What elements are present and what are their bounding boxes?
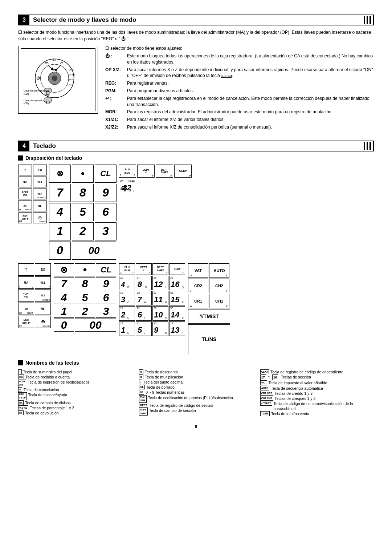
key-dept-hash[interactable]: DEPT# F bbox=[137, 165, 155, 178]
key-1-2[interactable]: 1 bbox=[54, 305, 74, 318]
key-sec2d[interactable]: 18 2 D bbox=[119, 306, 135, 321]
svg-text:X1/Z1: X1/Z1 bbox=[69, 78, 74, 81]
key-00[interactable]: 00 bbox=[72, 242, 116, 260]
key-8[interactable]: 8 bbox=[72, 184, 94, 202]
kn-dept: DEPT Tecla de registro de código de secc… bbox=[139, 403, 253, 408]
key-sec6i[interactable]: 22 6 I bbox=[136, 306, 152, 321]
key-ex[interactable]: EX bbox=[33, 165, 47, 175]
mode-desc-reg: Para registrar ventas. bbox=[127, 80, 374, 86]
key-cr2[interactable]: CR2V bbox=[188, 279, 208, 293]
key-multiply[interactable]: ⊗ bbox=[49, 165, 71, 183]
key-dot-2[interactable]: • bbox=[75, 263, 95, 276]
key-sec3c[interactable]: 19 3 C bbox=[119, 291, 135, 305]
key-sec1e[interactable]: 17 1 E bbox=[119, 321, 135, 336]
key-rcpt-po-2[interactable]: RCPT/PO bbox=[18, 289, 34, 302]
key-5[interactable]: 5 bbox=[72, 203, 94, 221]
kn-badge-clk: CLK# bbox=[260, 369, 269, 374]
key-plu-sub[interactable]: PLU/SUB A F bbox=[119, 165, 136, 178]
key-sec15r[interactable]: 31 15 R bbox=[169, 291, 185, 305]
key-cr1[interactable]: CR1W bbox=[188, 294, 208, 308]
key-clk-hash[interactable]: CLK# P bbox=[174, 165, 192, 178]
key-sec11m[interactable]: 27 11 M bbox=[152, 291, 168, 305]
key-0-2[interactable]: 0 bbox=[54, 319, 74, 332]
kn-badge-esc: ESC/HELP bbox=[18, 392, 27, 400]
key-hash-tm-st[interactable]: #/TM/ST bbox=[188, 309, 230, 324]
key-sec13t[interactable]: 29 13 T bbox=[169, 321, 185, 336]
key-sec9o[interactable]: 25 9 O bbox=[152, 321, 168, 336]
key-tl-ns[interactable]: TL/NS bbox=[188, 324, 230, 354]
kn-dept-shift: DEPTSHIFT Tecla de cambio de sección bbox=[139, 408, 253, 416]
key-0[interactable]: 0 bbox=[49, 242, 71, 260]
key-rcpt-po[interactable]: RCPT/PO bbox=[18, 189, 32, 199]
rk-row4: #/TM/ST bbox=[188, 309, 230, 324]
key-arrow-up[interactable]: ↑ bbox=[18, 165, 32, 175]
key-ominus[interactable]: ⊖SPACE bbox=[35, 316, 51, 328]
key-7-2[interactable]: 7 bbox=[54, 277, 74, 290]
kn-text-ex: Tecla de cambio de divisas bbox=[25, 400, 70, 405]
key-cl[interactable]: CL bbox=[95, 165, 117, 183]
key-00-2[interactable]: 00 bbox=[75, 319, 116, 332]
key-esc-help[interactable]: ESC/HELP BS bbox=[18, 212, 32, 223]
key-cc[interactable]: ∞DCSHIFT bbox=[18, 303, 34, 315]
key-sec10n[interactable]: 26 10 N bbox=[152, 306, 168, 321]
mode-desc-x1z1: Para sacar el informe X/Z de varios tota… bbox=[127, 117, 374, 123]
kn-esc: ESC/HELP Tecla de escape/ayuda bbox=[18, 392, 132, 400]
key-3-2[interactable]: 3 bbox=[96, 305, 116, 318]
key-ra[interactable]: RA ! / bbox=[18, 177, 32, 187]
key-dept-shift[interactable]: DEPTSHIFT K bbox=[156, 165, 173, 178]
key-sec12l[interactable]: 28 12 L bbox=[152, 276, 168, 290]
key-6-2[interactable]: 6 bbox=[96, 291, 116, 304]
key-5-2[interactable]: 5 bbox=[75, 291, 95, 304]
key-7[interactable]: 7 bbox=[49, 184, 71, 202]
mode-mgr: MGR: Para los registros del administrado… bbox=[105, 109, 374, 115]
key-sec4b[interactable]: 20 4 B bbox=[119, 276, 135, 290]
key-9-2[interactable]: 9 bbox=[96, 277, 116, 290]
key-minus-space[interactable]: ⊖ SPACE bbox=[33, 212, 47, 223]
svg-text:(OP): (OP) bbox=[24, 102, 29, 105]
key-dept-hash-2[interactable]: DEPT#F bbox=[136, 263, 152, 275]
key-cl-2[interactable]: CL bbox=[96, 263, 116, 276]
key-sec7h[interactable]: 23 7 H bbox=[136, 291, 152, 305]
kn-text-ominus: Tecla de descuento bbox=[145, 369, 177, 374]
key-pct2[interactable]: %2 – NUMBER bbox=[33, 189, 47, 199]
key-otimes[interactable]: ⊗ bbox=[54, 263, 74, 276]
key-1[interactable]: 1 bbox=[49, 222, 71, 240]
key-2[interactable]: 2 bbox=[72, 222, 94, 240]
key-ch1[interactable]: CH1Z bbox=[209, 294, 229, 308]
kn-text-00: 0 ~ 9 Teclas numéricas bbox=[146, 390, 185, 395]
key-dept-shift-2[interactable]: DEPTSHIFTK bbox=[152, 263, 168, 275]
key-vat[interactable]: VATU bbox=[188, 263, 208, 278]
key-rf[interactable]: RF bbox=[33, 200, 47, 211]
kn-text-cr: Teclas de crédito 1 y 2 bbox=[275, 391, 313, 396]
key-auto[interactable]: AUTOX bbox=[209, 263, 229, 278]
key-pct2-2[interactable]: %2–NUMBER bbox=[35, 289, 51, 302]
key-8-2[interactable]: 8 bbox=[75, 277, 95, 290]
key-9[interactable]: 9 bbox=[95, 184, 117, 202]
key-cancel-mode[interactable]: ∞ DC SHIFT bbox=[18, 200, 32, 211]
key-dot[interactable]: • bbox=[72, 165, 94, 183]
key-rf-2[interactable]: RF bbox=[35, 303, 51, 315]
key-up-arrow[interactable]: ↑ bbox=[18, 263, 34, 276]
key-sec14s[interactable]: 30 14 S bbox=[169, 306, 185, 321]
key-ex-2[interactable]: EX bbox=[35, 263, 51, 276]
key-4-2[interactable]: 4 bbox=[54, 291, 74, 304]
key-esc-help-2[interactable]: ESC/HELPBS bbox=[18, 316, 34, 328]
kb-main-row4: 1 2 3 bbox=[49, 222, 117, 240]
key-ra-2[interactable]: RA!/ bbox=[18, 276, 34, 289]
key-plu-sub-2[interactable]: PLU/SUBAF bbox=[119, 263, 135, 275]
key-4[interactable]: 4 bbox=[49, 203, 71, 221]
key-sec16q[interactable]: 32 16 Q bbox=[169, 276, 185, 290]
key-pct1[interactable]: %1 / bbox=[33, 177, 47, 187]
keyboard-layout: ↑ EX RA ! / %1 / RCPT/PO %2 – NUMBER bbox=[18, 165, 374, 260]
key-sec5j[interactable]: 21 5 J bbox=[136, 321, 152, 336]
key-clk-hash-2[interactable]: CLK#P bbox=[169, 263, 185, 275]
key-6[interactable]: 6 bbox=[95, 203, 117, 221]
key-pct1-2[interactable]: %1/ bbox=[35, 276, 51, 289]
key-ch2[interactable]: CH2Y bbox=[209, 279, 229, 293]
key-2-2[interactable]: 2 bbox=[75, 305, 95, 318]
kb-main-row3: 4 5 6 bbox=[49, 203, 117, 221]
key-num-4b[interactable]: 20 24 28 32 4 B 8 G 12 L bbox=[119, 179, 136, 193]
kn-text-clk: Tecla de registro de código de dependien… bbox=[270, 369, 343, 374]
key-sec8g[interactable]: 24 8 G bbox=[136, 276, 152, 290]
key-3[interactable]: 3 bbox=[95, 222, 117, 240]
